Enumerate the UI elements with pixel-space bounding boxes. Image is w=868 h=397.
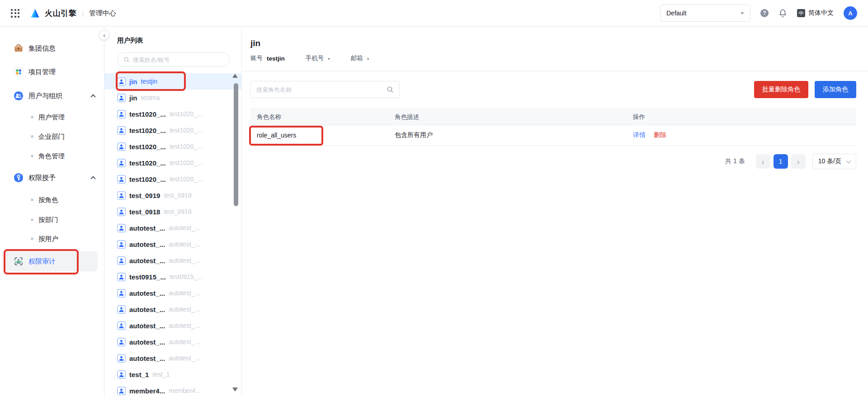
role-name-cell: role_all_users xyxy=(250,132,388,139)
user-list-item[interactable]: jintestma xyxy=(104,90,241,106)
bullet-icon xyxy=(31,116,33,118)
prev-page-button[interactable]: ‹ xyxy=(756,154,770,169)
meta-item: 手机号- xyxy=(306,54,330,62)
avatar[interactable]: A xyxy=(844,6,857,20)
user-name: jin xyxy=(129,94,137,102)
meta-value: - xyxy=(328,55,330,62)
page-size-select[interactable]: 10 条/页 xyxy=(812,154,856,169)
user-list-item[interactable]: autotest_...autotest_... xyxy=(104,236,241,252)
sidebar-item-user-mgmt[interactable]: 用户管理 xyxy=(0,109,104,125)
search-icon[interactable] xyxy=(387,86,394,93)
workspace-select[interactable]: Default xyxy=(660,5,750,22)
user-list-item[interactable]: test_0919test_0919 xyxy=(104,187,241,203)
user-avatar-icon xyxy=(117,77,126,86)
user-list-item[interactable]: test1020_...test1020_... xyxy=(104,138,241,155)
sidebar-item-by-dept[interactable]: 按部门 xyxy=(0,212,104,228)
sidebar-item-by-role[interactable]: 按角色 xyxy=(0,192,104,208)
next-page-button[interactable]: › xyxy=(791,154,806,169)
meta-value: - xyxy=(367,55,369,62)
current-page-button[interactable]: 1 xyxy=(774,154,788,169)
user-list-item[interactable]: autotest_...autotest_... xyxy=(104,220,241,236)
sidebar-item-group-info[interactable]: 集团信息 xyxy=(0,38,104,58)
user-list-item[interactable]: autotest_...autotest_... xyxy=(104,350,241,366)
detail-link[interactable]: 详情 xyxy=(633,131,646,138)
sidebar-item-perm-grant[interactable]: 权限授予 xyxy=(0,168,104,188)
scroll-up-arrow-icon[interactable] xyxy=(232,74,238,78)
add-role-button[interactable]: 添加角色 xyxy=(815,81,856,98)
sidebar-item-perm-audit[interactable]: 权限审计 xyxy=(5,251,98,271)
user-search-box[interactable] xyxy=(117,52,230,67)
user-list-item[interactable]: test_0918test_0918 xyxy=(104,203,241,220)
notification-bell-icon[interactable] xyxy=(778,9,787,18)
user-account: autotest_... xyxy=(169,306,200,313)
total-count: 共 1 条 xyxy=(725,157,745,165)
user-account: test1020_... xyxy=(170,159,203,166)
chevron-up-icon[interactable] xyxy=(90,94,95,99)
user-list-item[interactable]: autotest_...autotest_... xyxy=(104,252,241,269)
user-list-item[interactable]: autotest_...autotest_... xyxy=(104,334,241,350)
user-list-item[interactable]: jintestjin xyxy=(104,73,241,90)
user-account: autotest_... xyxy=(169,224,200,232)
user-name: autotest_... xyxy=(129,306,165,313)
role-search-box[interactable] xyxy=(250,81,400,98)
scroll-down-arrow-icon[interactable] xyxy=(232,388,238,392)
sidebar-item-users-org[interactable]: 用户与组织 xyxy=(0,86,104,106)
bullet-icon xyxy=(31,237,33,240)
sidebar-item-label: 集团信息 xyxy=(28,44,97,53)
delete-link[interactable]: 删除 xyxy=(654,131,666,138)
meta-value: testjin xyxy=(267,55,285,62)
role-search-input[interactable] xyxy=(256,86,383,93)
user-account: member4... xyxy=(169,387,201,394)
user-list-item[interactable]: test_1test_1 xyxy=(104,366,241,383)
user-list-item[interactable]: test1020_...test1020_... xyxy=(104,171,241,187)
brand-logo[interactable]: 火山引擎 xyxy=(29,7,76,19)
user-list-item[interactable]: autotest_...autotest_... xyxy=(104,301,241,317)
user-list-item[interactable]: autotest_...autotest_... xyxy=(104,317,241,334)
help-icon[interactable]: ? xyxy=(760,9,769,17)
app-title: 管理中心 xyxy=(89,9,116,18)
user-list-item[interactable]: test0915_...test0915_... xyxy=(104,269,241,285)
user-search-input[interactable] xyxy=(133,57,224,63)
user-name: test1020_... xyxy=(129,175,166,183)
sidebar-item-by-user[interactable]: 按用户 xyxy=(0,231,104,247)
language-switcher[interactable]: 中 简体中文 xyxy=(797,9,834,17)
user-list-item[interactable]: test1020_...test1020_... xyxy=(104,155,241,171)
user-list-panel: ‹ 用户列表 jintestjin jintestma test1020_...… xyxy=(104,27,242,397)
batch-delete-role-button[interactable]: 批量删除角色 xyxy=(754,81,808,98)
apps-grid-icon xyxy=(14,67,24,77)
sidebar-item-role-mgmt[interactable]: 角色管理 xyxy=(0,148,104,164)
role-table-header: 角色名称 角色描述 操作 xyxy=(250,109,856,125)
user-list-item[interactable]: member4...member4... xyxy=(104,383,241,397)
user-account: autotest_... xyxy=(169,289,200,297)
user-name: test_0919 xyxy=(129,192,160,199)
sidebar-item-label: 权限审计 xyxy=(28,257,90,266)
audit-scan-icon xyxy=(14,256,24,266)
panel-collapse-button[interactable]: ‹ xyxy=(99,30,109,40)
user-name: member4... xyxy=(129,387,165,395)
user-list-item[interactable]: test1020_...test1020_... xyxy=(104,122,241,138)
user-account: test1020_... xyxy=(170,143,203,150)
page-size-value: 10 条/页 xyxy=(818,157,841,165)
language-icon: 中 xyxy=(797,9,805,17)
user-name: test_0918 xyxy=(129,208,160,216)
app-launcher-icon[interactable] xyxy=(11,9,19,18)
user-name: test1020_... xyxy=(129,110,166,118)
user-name: jin xyxy=(129,78,137,85)
user-avatar-icon xyxy=(117,175,126,184)
user-avatar-icon xyxy=(117,110,126,118)
bullet-icon xyxy=(31,135,33,138)
user-avatar-icon xyxy=(117,338,126,346)
user-list-item[interactable]: test1020_...test1020_... xyxy=(104,106,241,122)
volcengine-logo-icon xyxy=(29,7,41,19)
scrollbar-thumb[interactable] xyxy=(234,83,238,206)
user-account: autotest_... xyxy=(169,257,200,264)
sidebar-item-enterprise-dept[interactable]: 企业部门 xyxy=(0,128,104,145)
chevron-up-icon[interactable] xyxy=(90,176,95,181)
user-name: test_1 xyxy=(129,371,149,378)
sidebar-item-project-mgmt[interactable]: 项目管理 xyxy=(0,62,104,82)
user-avatar-icon xyxy=(117,191,126,200)
user-list-item[interactable]: autotest_...autotest_... xyxy=(104,285,241,301)
sidebar-item-label: 按部门 xyxy=(38,216,97,224)
key-icon xyxy=(14,173,24,183)
top-bar: 火山引擎 | 管理中心 Default ? 中 简体中文 A xyxy=(0,0,868,27)
